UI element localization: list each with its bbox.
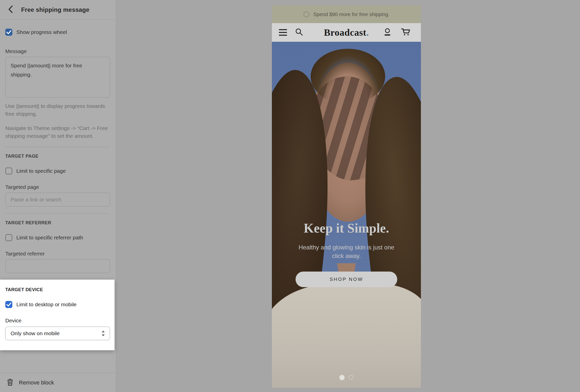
pagination-dot-active[interactable] — [339, 375, 345, 380]
device-label: Device — [5, 318, 108, 324]
pagination-dot[interactable] — [349, 375, 353, 380]
chevron-left-icon — [8, 5, 13, 14]
limit-page-label: Limit to specific page — [16, 168, 66, 174]
shop-now-button[interactable]: SHOP NOW — [296, 272, 397, 287]
person-icon[interactable] — [383, 27, 392, 37]
target-page-heading: TARGET PAGE — [5, 154, 110, 159]
up-down-caret-icon — [101, 330, 105, 336]
circle-ring-icon — [303, 11, 309, 17]
message-textarea[interactable]: Spend ||amount|| more for free shipping. — [5, 57, 110, 98]
limit-device-checkbox[interactable] — [5, 301, 12, 308]
limit-page-row[interactable]: Limit to specific page — [5, 167, 110, 175]
target-device-card: TARGET DEVICE Limit to desktop or mobile… — [0, 280, 115, 350]
trash-icon — [7, 378, 13, 387]
target-referrer-heading: TARGET REFERRER — [5, 220, 110, 226]
remove-block-button[interactable]: Remove block — [0, 373, 116, 392]
banner-text: Spend $90 more for free shipping. — [313, 12, 389, 17]
free-shipping-banner[interactable]: Spend $90 more for free shipping. — [272, 6, 421, 23]
divider — [5, 213, 110, 214]
targeted-referrer-input[interactable] — [5, 259, 110, 273]
back-button[interactable] — [6, 6, 15, 14]
hero-slide[interactable]: Keep it Simple. Healthy and glowing skin… — [272, 42, 421, 388]
device-select-value: Only show on mobile — [11, 330, 60, 336]
show-progress-wheel-label: Show progress wheel — [16, 29, 67, 35]
panel-header: Free shipping message — [0, 0, 116, 20]
show-progress-wheel-checkbox[interactable] — [5, 29, 12, 36]
divider — [5, 147, 110, 147]
logo-dot: . — [366, 27, 369, 38]
cart-icon[interactable] — [401, 27, 410, 37]
store-logo[interactable]: Broadcast. — [272, 27, 421, 38]
hero-subtitle: Healthy and glowing skin is just one cli… — [294, 243, 399, 260]
limit-page-checkbox[interactable] — [5, 167, 12, 175]
store-header: Broadcast. — [272, 23, 421, 42]
help-navigate-text: Navigate to Theme settings -> "Cart -> F… — [5, 124, 111, 140]
targeted-referrer-label: Targeted referrer — [5, 251, 110, 257]
remove-block-label: Remove block — [19, 379, 54, 386]
slideshow-pagination — [272, 375, 421, 380]
hero-title: Keep it Simple. — [272, 221, 421, 236]
limit-referrer-checkbox[interactable] — [5, 234, 12, 241]
limit-referrer-label: Limit to specific referrer path — [16, 235, 83, 241]
page-title: Free shipping message — [21, 6, 89, 13]
limit-device-label: Limit to desktop or mobile — [16, 301, 77, 308]
limit-referrer-row[interactable]: Limit to specific referrer path — [5, 234, 110, 241]
settings-sidebar: Free shipping message Show progress whee… — [0, 0, 116, 392]
help-amount-text: Use ||amount|| to display progress towar… — [5, 102, 111, 118]
show-progress-wheel-row[interactable]: Show progress wheel — [5, 29, 110, 36]
hero-blazer — [272, 284, 421, 388]
target-device-heading: TARGET DEVICE — [5, 287, 108, 292]
hero-hair — [311, 49, 385, 104]
mobile-preview: Spend $90 more for free shipping. Broadc… — [272, 6, 421, 388]
targeted-page-input[interactable] — [5, 193, 110, 206]
message-label: Message — [5, 48, 110, 54]
targeted-page-label: Targeted page — [5, 184, 110, 190]
limit-device-row[interactable]: Limit to desktop or mobile — [5, 301, 108, 308]
device-select[interactable]: Only show on mobile — [5, 327, 110, 340]
